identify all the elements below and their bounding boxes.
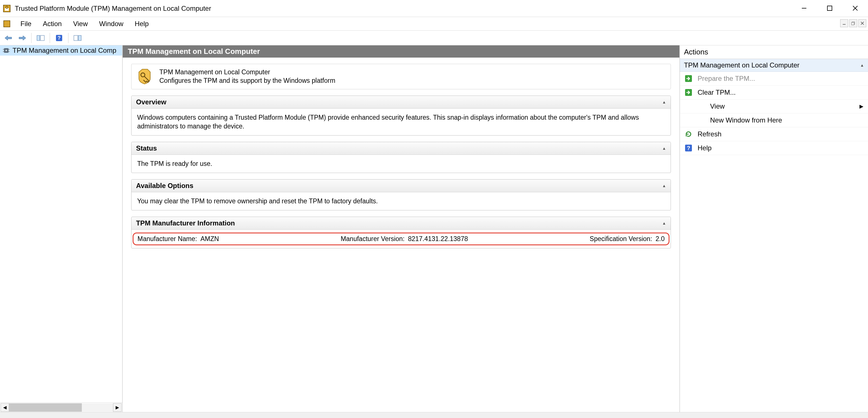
- status-body: The TPM is ready for use.: [131, 155, 671, 173]
- action-refresh[interactable]: Refresh: [680, 127, 868, 141]
- tpm-chip-icon: [2, 46, 10, 55]
- options-title: Available Options: [136, 182, 193, 190]
- blank-icon: [697, 102, 705, 110]
- help-icon: ?: [684, 144, 692, 152]
- action-clear-tpm[interactable]: Clear TPM...: [680, 85, 868, 100]
- nav-forward-button[interactable]: [17, 32, 28, 44]
- mfr-name-label: Manufacturer Name: [137, 235, 197, 243]
- section-mfr: TPM Manufacturer Information ▲ Manufactu…: [131, 217, 671, 248]
- overview-title: Overview: [136, 98, 166, 106]
- action-prepare-the-tpm: Prepare the TPM...: [680, 72, 868, 85]
- mfr-highlight-row: Manufacturer Name AMZN Manufacturer Vers…: [133, 233, 670, 245]
- action-label: Clear TPM...: [698, 89, 736, 96]
- titlebar: Trusted Platform Module (TPM) Management…: [0, 0, 868, 17]
- svg-rect-10: [851, 23, 854, 25]
- action-label: Refresh: [698, 130, 721, 138]
- actions-subtitle-row[interactable]: TPM Management on Local Computer ▲: [680, 59, 868, 72]
- nav-back-button[interactable]: [3, 32, 14, 44]
- menu-window[interactable]: Window: [97, 19, 125, 29]
- mdi-window-controls: [840, 19, 866, 27]
- section-mfr-head[interactable]: TPM Manufacturer Information ▲: [131, 217, 671, 230]
- action-new-window-from-here[interactable]: New Window from Here: [680, 113, 868, 127]
- collapse-caret-icon: ▲: [662, 221, 666, 225]
- action-label: New Window from Here: [710, 116, 782, 124]
- chevron-right-icon: ▶: [860, 103, 864, 109]
- show-hide-tree-button[interactable]: [35, 32, 46, 44]
- scroll-thumb[interactable]: [9, 403, 82, 412]
- menu-file[interactable]: File: [19, 19, 33, 29]
- workspace: TPM Management on Local Comp ◀ ▶ TPM Man…: [0, 45, 868, 412]
- actions-title: Actions: [680, 45, 868, 59]
- scroll-left-icon[interactable]: ◀: [1, 403, 9, 412]
- scroll-track[interactable]: [9, 403, 113, 412]
- section-options-head[interactable]: Available Options ▲: [131, 179, 671, 192]
- mfr-ver-value: 8217.4131.22.13878: [408, 235, 468, 243]
- svg-rect-18: [79, 35, 81, 40]
- blank-icon: [697, 116, 705, 124]
- svg-text:?: ?: [687, 145, 690, 151]
- section-status: Status ▲ The TPM is ready for use.: [131, 142, 671, 173]
- collapse-caret-icon: ▲: [662, 183, 666, 188]
- close-button[interactable]: [842, 0, 868, 16]
- arrow-green-icon: [684, 89, 692, 96]
- collapse-caret-icon: ▲: [860, 63, 864, 68]
- svg-rect-14: [40, 35, 44, 40]
- svg-rect-13: [37, 35, 40, 40]
- tree-root-label: TPM Management on Local Comp: [12, 46, 117, 55]
- svg-rect-4: [827, 6, 832, 10]
- overview-body: Windows computers containing a Trusted P…: [131, 109, 671, 135]
- collapse-caret-icon: ▲: [662, 146, 666, 150]
- key-shield-icon: [136, 69, 153, 84]
- svg-rect-17: [74, 35, 78, 40]
- svg-point-20: [5, 49, 7, 51]
- mfr-name-value: AMZN: [200, 235, 219, 243]
- app-icon: [2, 4, 11, 13]
- maximize-button[interactable]: [817, 0, 842, 16]
- menu-action[interactable]: Action: [41, 19, 64, 29]
- desc-title: TPM Management on Local Computer: [159, 68, 336, 77]
- section-status-head[interactable]: Status ▲: [131, 142, 671, 155]
- action-view[interactable]: View▶: [680, 100, 868, 113]
- menu-view[interactable]: View: [71, 19, 90, 29]
- section-overview-head[interactable]: Overview ▲: [131, 96, 671, 109]
- mdi-restore[interactable]: [849, 19, 857, 27]
- minimize-button[interactable]: [791, 0, 817, 16]
- tree-hscrollbar[interactable]: ◀ ▶: [0, 403, 122, 412]
- mdi-close[interactable]: [858, 19, 866, 27]
- actions-pane: Actions TPM Management on Local Computer…: [680, 45, 868, 412]
- scroll-right-icon[interactable]: ▶: [113, 403, 122, 412]
- center-pane: TPM Management on Local Computer TPM Man…: [123, 45, 680, 412]
- window-controls: [791, 0, 868, 17]
- tree-pane: TPM Management on Local Comp ◀ ▶: [0, 45, 123, 412]
- options-body: You may clear the TPM to remove ownershi…: [131, 192, 671, 210]
- action-help[interactable]: ?Help: [680, 141, 868, 155]
- statusbar: [0, 412, 868, 418]
- toolbar: ?: [0, 31, 868, 45]
- status-title: Status: [136, 144, 157, 152]
- action-label: View: [710, 102, 725, 110]
- menubar: File Action View Window Help: [0, 17, 868, 31]
- menubar-app-icon: [3, 20, 11, 28]
- tree-root-node[interactable]: TPM Management on Local Comp: [0, 45, 122, 56]
- help-button[interactable]: ?: [53, 32, 65, 44]
- actions-list: Prepare the TPM...Clear TPM...View▶New W…: [680, 72, 868, 155]
- svg-rect-7: [4, 21, 10, 27]
- window-title: Trusted Platform Module (TPM) Management…: [15, 4, 211, 12]
- svg-text:?: ?: [58, 35, 61, 41]
- mfr-spec-value: 2.0: [655, 235, 664, 243]
- section-options: Available Options ▲ You may clear the TP…: [131, 179, 671, 210]
- actions-subtitle: TPM Management on Local Computer: [684, 61, 800, 69]
- mfr-spec-label: Specification Version: [590, 235, 652, 243]
- show-hide-action-button[interactable]: [72, 32, 83, 44]
- action-label: Prepare the TPM...: [698, 75, 755, 82]
- menu-help[interactable]: Help: [133, 19, 150, 29]
- center-header: TPM Management on Local Computer: [123, 45, 679, 58]
- desc-subtitle: Configures the TPM and its support by th…: [159, 77, 336, 85]
- refresh-icon: [684, 130, 692, 138]
- mfr-title: TPM Manufacturer Information: [136, 219, 235, 227]
- mdi-minimize[interactable]: [840, 19, 848, 27]
- mfr-ver-label: Manufacturer Version: [341, 235, 404, 243]
- collapse-caret-icon: ▲: [662, 100, 666, 104]
- action-label: Help: [698, 144, 712, 152]
- arrow-green-icon: [684, 75, 692, 82]
